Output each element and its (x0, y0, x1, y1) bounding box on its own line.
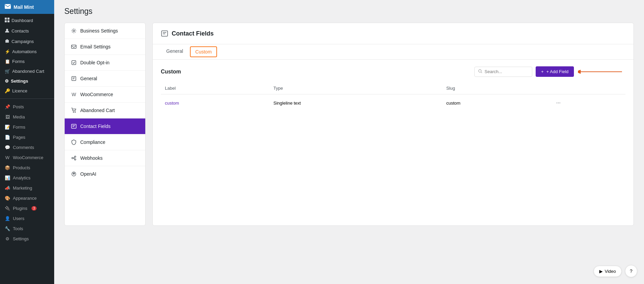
nav-email-settings[interactable]: Email Settings (65, 39, 145, 55)
plus-icon: + (541, 69, 544, 74)
sidebar-item-abandoned-cart[interactable]: 🛒 Abandoned Cart (0, 66, 54, 76)
contact-fields-title: Contact Fields (172, 30, 214, 37)
sidebar-item-marketing[interactable]: 📣 Marketing (0, 183, 54, 193)
help-icon: ? (630, 268, 632, 274)
plugins-badge: 3 (31, 206, 37, 211)
posts-icon: 📌 (5, 104, 10, 109)
nav-contact-fields[interactable]: Contact Fields (65, 118, 145, 134)
more-options-button[interactable]: ··· (555, 99, 562, 107)
settings-wp-icon: ⚙ (5, 236, 10, 241)
arrow-svg (578, 69, 625, 75)
nav-business-settings[interactable]: Business Settings (65, 23, 145, 39)
sidebar-item-licence[interactable]: 🔑 Licence (0, 86, 54, 96)
sidebar-item-label: Pages (13, 135, 25, 140)
sidebar-item-label: Contacts (12, 28, 29, 34)
svg-point-14 (74, 156, 76, 157)
svg-point-10 (73, 112, 74, 112)
sidebar-item-label: Marketing (13, 185, 32, 191)
tab-general[interactable]: General (161, 44, 189, 60)
sidebar-item-label: Forms (12, 59, 25, 64)
wp-nav: 📌 Posts 🖼 Media 📝 Forms 📄 Pages 💬 Commen… (0, 100, 54, 245)
svg-rect-8 (72, 61, 76, 65)
sidebar-item-comments[interactable]: 💬 Comments (0, 142, 54, 152)
svg-rect-4 (7, 20, 9, 22)
nav-item-label: Email Settings (80, 44, 110, 49)
sidebar-item-campaigns[interactable]: Campaigns (0, 36, 54, 47)
licence-icon: 🔑 (5, 88, 10, 93)
nav-double-optin[interactable]: Double Opt-in (65, 55, 145, 71)
cart-icon: 🛒 (5, 69, 10, 74)
cf-tabs: General Custom (153, 44, 634, 60)
sidebar-item-label: Posts (13, 104, 24, 109)
svg-rect-1 (5, 18, 7, 20)
sidebar-logo: Mail Mint (0, 0, 54, 14)
compliance-icon (71, 139, 77, 145)
col-actions (551, 82, 625, 94)
sidebar-item-woocommerce[interactable]: W WooCommerce (0, 152, 54, 162)
sidebar-item-forms-wp[interactable]: 📝 Forms (0, 122, 54, 132)
nav-woocommerce[interactable]: W WooCommerce (65, 87, 145, 103)
sidebar-item-analytics[interactable]: 📊 Analytics (0, 173, 54, 183)
footer-actions: ▶ Video ? (594, 265, 637, 277)
nav-item-label: OpenAI (80, 171, 96, 177)
nav-item-label: General (80, 76, 97, 81)
settings-nav-panel: Business Settings Email Settings (64, 23, 146, 226)
main-content: Settings Business Settings (54, 0, 644, 284)
sidebar-item-label: Settings (11, 79, 28, 84)
settings-layout: Business Settings Email Settings (64, 23, 634, 226)
help-button[interactable]: ? (625, 265, 637, 277)
sidebar-item-label: Campaigns (12, 39, 34, 44)
video-button[interactable]: ▶ Video (594, 266, 622, 277)
comments-icon: 💬 (5, 145, 10, 150)
search-input[interactable] (485, 69, 529, 74)
sidebar-item-tools[interactable]: 🔧 Tools (0, 223, 54, 234)
webhooks-icon (71, 155, 77, 161)
add-field-button[interactable]: + + Add Field (536, 66, 574, 77)
svg-point-16 (72, 172, 76, 176)
marketing-icon: 📣 (5, 185, 10, 191)
nav-general[interactable]: General (65, 71, 145, 87)
arrow-indicator (578, 69, 625, 75)
sidebar-item-products[interactable]: 📦 Products (0, 162, 54, 173)
general-icon (71, 75, 77, 82)
mail-icon (5, 4, 11, 10)
sidebar-item-contacts[interactable]: Contacts (0, 26, 54, 36)
svg-point-15 (74, 159, 76, 160)
sidebar-item-users[interactable]: 👤 Users (0, 213, 54, 223)
fields-icon (71, 123, 77, 129)
nav-item-label: Business Settings (80, 28, 118, 34)
automations-icon: ⚡ (5, 49, 10, 54)
tab-custom[interactable]: Custom (190, 46, 217, 57)
nav-compliance[interactable]: Compliance (65, 134, 145, 150)
field-link[interactable]: custom (165, 101, 179, 106)
settings-icon: ⚙ (5, 79, 9, 84)
abandoned-cart-icon (71, 107, 77, 113)
sidebar-item-label: Settings (13, 236, 29, 241)
svg-point-17 (73, 174, 74, 175)
sidebar-item-settings-wp[interactable]: ⚙ Settings (0, 234, 54, 244)
sidebar-item-media[interactable]: 🖼 Media (0, 112, 54, 122)
nav-openai[interactable]: OpenAI (65, 166, 145, 182)
sidebar-item-plugins[interactable]: 🔌 Plugins 3 (0, 203, 54, 213)
nav-item-label: WooCommerce (80, 92, 113, 97)
sidebar-item-automations[interactable]: ⚡ Automations (0, 47, 54, 57)
tools-icon: 🔧 (5, 226, 10, 231)
sidebar-item-appearance[interactable]: 🎨 Appearance (0, 193, 54, 203)
settings-content-panel: Contact Fields General Custom Custom (152, 23, 634, 226)
nav-webhooks[interactable]: Webhooks (65, 150, 145, 166)
contact-fields-header: Contact Fields (153, 23, 634, 44)
nav-abandoned-cart[interactable]: Abandoned Cart (65, 103, 145, 118)
nav-item-label: Abandoned Cart (80, 108, 115, 113)
cell-type: Singleline text (270, 94, 442, 112)
video-label: Video (605, 269, 616, 274)
sidebar: Mail Mint Dashboard Contacts Campaigns ⚡… (0, 0, 54, 284)
sidebar-item-settings[interactable]: ⚙ Settings (0, 76, 54, 86)
sidebar-item-forms[interactable]: 📋 Forms (0, 57, 54, 66)
sidebar-item-pages[interactable]: 📄 Pages (0, 132, 54, 142)
col-slug: Slug (442, 82, 551, 94)
table-header-row: Label Type Slug (161, 82, 625, 94)
sidebar-item-posts[interactable]: 📌 Posts (0, 102, 54, 112)
svg-rect-7 (71, 45, 76, 48)
sidebar-item-dashboard[interactable]: Dashboard (0, 15, 54, 26)
mail-mint-nav: Dashboard Contacts Campaigns ⚡ Automatio… (0, 14, 54, 97)
